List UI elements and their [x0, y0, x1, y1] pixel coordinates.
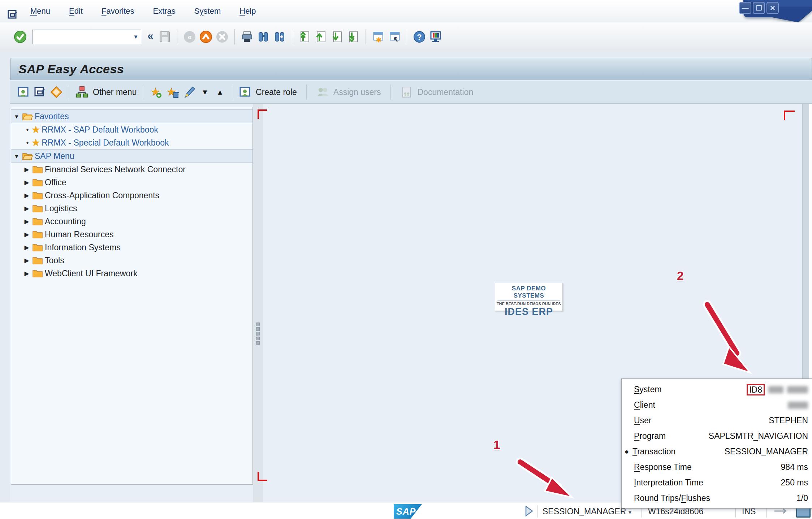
- caret-right-icon[interactable]: ▶: [21, 257, 32, 264]
- menu-bar: Menu Edit Favorites Extras System Help: [0, 0, 812, 23]
- tree-label: SAP Menu: [35, 151, 74, 161]
- save-icon[interactable]: [158, 30, 171, 43]
- application-toolbar: Other menu ★ ★ ▼ ▲ Create role Assign: [10, 81, 812, 104]
- caret-right-icon[interactable]: ▶: [21, 205, 32, 212]
- tree-item-rrmx-sap-default[interactable]: • ★ RRMX - SAP Default Workbook: [11, 123, 252, 136]
- restore-button[interactable]: ❐: [753, 2, 765, 14]
- bullet-icon: •: [23, 126, 31, 134]
- caret-right-icon[interactable]: ▶: [21, 244, 32, 251]
- move-down-icon[interactable]: ▼: [201, 88, 208, 96]
- last-page-icon[interactable]: [347, 30, 360, 43]
- add-favorite-icon[interactable]: ★: [149, 86, 162, 99]
- caret-right-icon[interactable]: ▶: [21, 270, 32, 277]
- page-up-icon[interactable]: [314, 30, 327, 43]
- tree-label: RRMX - SAP Default Workbook: [42, 125, 158, 135]
- menu-item-edit[interactable]: Edit: [69, 7, 83, 16]
- annotation-label-1: 1: [493, 438, 500, 452]
- tree-folder-tools[interactable]: ▶ Tools: [11, 254, 252, 267]
- tree-splitter[interactable]: [253, 104, 263, 502]
- create-shortcut-icon[interactable]: [388, 30, 401, 43]
- caret-down-icon[interactable]: ▼: [11, 113, 22, 120]
- menu-item-extras[interactable]: Extras: [153, 7, 175, 16]
- tree-folder-logistics[interactable]: ▶ Logistics: [11, 202, 252, 215]
- tree-folder-cross-application[interactable]: ▶ Cross-Application Components: [11, 189, 252, 202]
- system-menu-icon[interactable]: [7, 9, 18, 20]
- tree-label: Logistics: [45, 204, 77, 213]
- assign-users-icon: [316, 86, 329, 99]
- tree-folder-accounting[interactable]: ▶ Accounting: [11, 215, 252, 228]
- closed-folder-icon: [32, 269, 43, 278]
- command-field[interactable]: ▼: [32, 30, 141, 44]
- caret-right-icon[interactable]: ▶: [21, 192, 32, 199]
- find-next-icon[interactable]: [273, 30, 286, 43]
- tree-label: Tools: [45, 256, 64, 265]
- continue-icon[interactable]: [524, 506, 534, 516]
- first-page-icon[interactable]: [298, 30, 311, 43]
- customize-layout-icon[interactable]: [429, 30, 442, 43]
- back-icon[interactable]: «: [183, 30, 196, 43]
- tree-folder-information-systems[interactable]: ▶ Information Systems: [11, 241, 252, 254]
- popup-row-client: Client: [626, 397, 808, 413]
- closed-folder-icon: [32, 243, 43, 252]
- caret-down-icon[interactable]: ▼: [11, 153, 22, 159]
- tree-folder-office[interactable]: ▶ Office: [11, 176, 252, 189]
- other-menu-button[interactable]: Other menu: [93, 87, 137, 97]
- other-menu-icon[interactable]: [75, 86, 88, 99]
- command-dropdown-icon[interactable]: ▼: [131, 31, 141, 43]
- menu-item-system[interactable]: System: [194, 7, 221, 16]
- closed-folder-icon: [32, 178, 43, 187]
- print-icon[interactable]: [241, 30, 254, 43]
- ides-demo-box: SAP DEMO SYSTEMS THE BEST-RUN DEMOS RUN …: [495, 283, 563, 311]
- highlighted-system-id: ID8: [747, 384, 765, 395]
- find-icon[interactable]: [257, 30, 270, 43]
- caret-right-icon[interactable]: ▶: [21, 179, 32, 186]
- tree-label: Accounting: [45, 217, 86, 226]
- popup-row-round-trips: Round Trips/Flushes 1/0: [626, 490, 808, 506]
- open-folder-icon: [22, 112, 33, 121]
- tree-folder-financial-services[interactable]: ▶ Financial Services Network Connector: [11, 163, 252, 176]
- assign-users-button: Assign users: [333, 87, 381, 97]
- popup-row-user: User STEPHEN: [626, 413, 808, 428]
- tree-item-rrmx-special-default[interactable]: • ★ RRMX - Special Default Workbook: [11, 136, 252, 149]
- business-workplace-icon[interactable]: [50, 86, 63, 99]
- new-session-icon[interactable]: ✱: [372, 30, 385, 43]
- collapse-toolbar-icon[interactable]: «: [147, 30, 154, 42]
- menu-item-help[interactable]: Help: [239, 7, 256, 16]
- standard-toolbar: ▼ « «: [0, 22, 812, 51]
- ides-product: IDES ERP: [495, 306, 562, 317]
- minimize-button[interactable]: —: [739, 2, 751, 14]
- page-down-icon[interactable]: [331, 30, 344, 43]
- menu-item-menu[interactable]: Menu: [30, 7, 50, 16]
- tree-node-sap-menu[interactable]: ▼ SAP Menu: [11, 149, 252, 163]
- cancel-icon[interactable]: [216, 30, 229, 43]
- tree-folder-human-resources[interactable]: ▶ Human Resources: [11, 228, 252, 241]
- delete-favorite-icon[interactable]: ★: [166, 86, 179, 99]
- menu-item-favorites[interactable]: Favorites: [102, 7, 134, 16]
- edit-favorite-icon[interactable]: [182, 86, 195, 99]
- enter-icon[interactable]: [14, 30, 27, 43]
- tree-folder-webclient-ui[interactable]: ▶ WebClient UI Framework: [11, 267, 252, 280]
- close-button[interactable]: ✕: [766, 2, 779, 14]
- statusbar-transaction[interactable]: SESSION_MANAGER ▾: [543, 507, 631, 516]
- sap-menu-icon[interactable]: [33, 86, 46, 99]
- tree-label: Cross-Application Components: [45, 191, 159, 200]
- create-role-icon[interactable]: [238, 86, 251, 99]
- popup-row-transaction: ● Transaction SESSION_MANAGER: [626, 444, 808, 459]
- user-menu-icon[interactable]: [17, 86, 30, 99]
- exit-icon[interactable]: [199, 30, 212, 43]
- navigation-tree: ▼ Favorites • ★ RRMX - SAP Default Workb…: [11, 107, 253, 485]
- command-input[interactable]: [33, 31, 131, 43]
- move-up-icon[interactable]: ▲: [216, 88, 224, 96]
- caret-right-icon[interactable]: ▶: [21, 218, 32, 225]
- caret-right-icon[interactable]: ▶: [21, 231, 32, 238]
- help-icon[interactable]: ?: [413, 30, 426, 43]
- redacted-text: [768, 386, 783, 393]
- caret-right-icon[interactable]: ▶: [21, 166, 32, 173]
- closed-folder-icon: [32, 230, 43, 239]
- statusbar-history-icon[interactable]: [774, 507, 790, 515]
- create-role-button[interactable]: Create role: [256, 87, 297, 97]
- ides-title: SAP DEMO SYSTEMS: [497, 285, 560, 300]
- popup-row-response-time: Response Time 984 ms: [626, 459, 808, 475]
- tree-node-favorites[interactable]: ▼ Favorites: [11, 109, 252, 123]
- sap-gui-window: Menu Edit Favorites Extras System Help —…: [0, 0, 812, 519]
